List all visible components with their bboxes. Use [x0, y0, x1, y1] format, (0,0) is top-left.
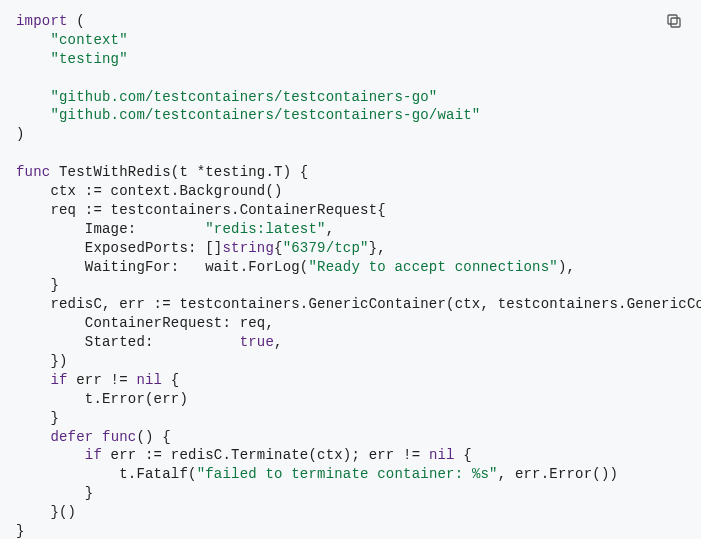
- code-token: err !=: [68, 372, 137, 388]
- code-token: }: [16, 485, 93, 501]
- code-token: ,: [326, 221, 335, 237]
- copy-button[interactable]: [665, 10, 687, 32]
- code-token: [93, 429, 102, 445]
- code-token: ,: [274, 334, 283, 350]
- code-token: {: [162, 372, 179, 388]
- code-token: TestWithRedis(t *testing.T) {: [50, 164, 308, 180]
- code-token: true: [240, 334, 274, 350]
- code-token: [16, 32, 50, 48]
- code-token: string: [222, 240, 274, 256]
- code-token: "redis:latest": [205, 221, 325, 237]
- code-token: Image:: [16, 221, 205, 237]
- code-token: if: [50, 372, 67, 388]
- code-token: }: [16, 523, 25, 539]
- code-token: () {: [136, 429, 170, 445]
- code-token: "github.com/testcontainers/testcontainer…: [50, 107, 480, 123]
- code-token: ): [16, 126, 25, 142]
- code-token: "6379/tcp": [283, 240, 369, 256]
- code-token: {: [455, 447, 472, 463]
- code-token: "context": [50, 32, 127, 48]
- code-token: nil: [136, 372, 162, 388]
- code-token: },: [369, 240, 386, 256]
- code-token: "github.com/testcontainers/testcontainer…: [50, 89, 437, 105]
- code-token: func: [16, 164, 50, 180]
- code-token: nil: [429, 447, 455, 463]
- code-token: [16, 429, 50, 445]
- svg-rect-0: [671, 18, 680, 27]
- code-token: t.Fatalf(: [16, 466, 197, 482]
- code-token: , err.Error()): [498, 466, 618, 482]
- code-token: t.Error(err): [16, 391, 188, 407]
- code-token: req := testcontainers.ContainerRequest{: [16, 202, 386, 218]
- code-token: (: [68, 13, 85, 29]
- code-token: [16, 107, 50, 123]
- code-token: }): [16, 353, 68, 369]
- code-token: [16, 447, 85, 463]
- code-token: import: [16, 13, 68, 29]
- code-token: ),: [558, 259, 575, 275]
- code-token: [16, 372, 50, 388]
- code-token: Started:: [16, 334, 240, 350]
- code-token: }: [16, 277, 59, 293]
- code-token: }(): [16, 504, 76, 520]
- copy-icon: [665, 12, 683, 30]
- code-token: [16, 51, 50, 67]
- code-token: ctx := context.Background(): [16, 183, 283, 199]
- code-token: [16, 89, 50, 105]
- code-token: ContainerRequest: req,: [16, 315, 274, 331]
- svg-rect-1: [668, 15, 677, 24]
- code-token: defer: [50, 429, 93, 445]
- code-token: }: [16, 410, 59, 426]
- code-token: err := redisC.Terminate(ctx); err !=: [102, 447, 429, 463]
- code-token: {: [274, 240, 283, 256]
- code-token: redisC, err := testcontainers.GenericCon…: [16, 296, 701, 312]
- code-token: "Ready to accept connections": [308, 259, 557, 275]
- code-token: if: [85, 447, 102, 463]
- code-token: "testing": [50, 51, 127, 67]
- code-token: "failed to terminate container: %s": [197, 466, 498, 482]
- code-token: ExposedPorts: []: [16, 240, 222, 256]
- code-block: import ( "context" "testing" "github.com…: [16, 12, 685, 539]
- code-token: WaitingFor: wait.ForLog(: [16, 259, 308, 275]
- code-token: func: [102, 429, 136, 445]
